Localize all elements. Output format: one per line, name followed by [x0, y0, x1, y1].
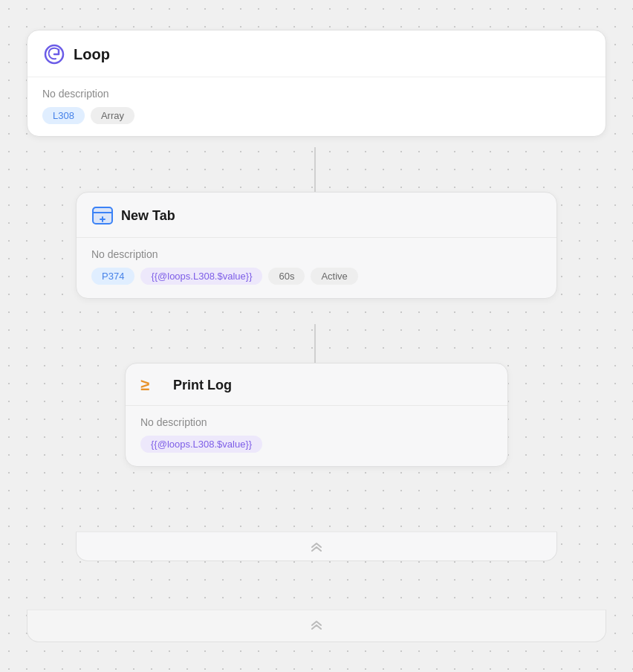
printlog-tags: {{@loops.L308.$value}} [140, 436, 493, 453]
connector-newtab-to-printlog [314, 324, 316, 366]
newtab-tag-loops-value[interactable]: {{@loops.L308.$value}} [140, 268, 262, 285]
newtab-card: New Tab No description P374 {{@loops.L30… [76, 192, 557, 299]
loop-collapse-bar[interactable] [27, 610, 606, 642]
newtab-header: New Tab [77, 193, 556, 238]
canvas: Loop No description L308 Array New [0, 0, 633, 672]
printlog-tag-loops-value[interactable]: {{@loops.L308.$value}} [140, 436, 262, 453]
loop-tag-array[interactable]: Array [91, 107, 134, 124]
printlog-body: No description {{@loops.L308.$value}} [126, 406, 507, 466]
newtab-description: No description [91, 248, 542, 260]
loop-body: No description L308 Array [27, 77, 606, 136]
loop-header: Loop [27, 30, 606, 77]
printlog-header: ≥ Print Log [126, 364, 507, 406]
loop-tag-l308[interactable]: L308 [42, 107, 85, 124]
connector-loop-to-newtab [314, 147, 316, 195]
newtab-tag-p374[interactable]: P374 [91, 268, 134, 285]
printlog-title: Print Log [173, 378, 232, 393]
loop-icon [42, 42, 66, 66]
newtab-collapse-bar[interactable] [76, 532, 557, 561]
newtab-tag-active[interactable]: Active [311, 268, 357, 285]
newtab-tag-60s[interactable]: 60s [268, 268, 305, 285]
printlog-card: ≥ Print Log No description {{@loops.L308… [125, 363, 508, 467]
loop-description: No description [42, 88, 591, 100]
loop-title: Loop [74, 46, 110, 63]
loop-card: Loop No description L308 Array [27, 30, 606, 137]
printlog-description: No description [140, 416, 493, 428]
loop-tags: L308 Array [42, 107, 591, 124]
newtab-title: New Tab [121, 208, 175, 224]
newtab-tags: P374 {{@loops.L308.$value}} 60s Active [91, 268, 542, 285]
newtab-collapse-icon [309, 541, 324, 552]
loop-collapse-icon [309, 619, 324, 633]
printlog-icon: ≥ [140, 375, 160, 395]
newtab-icon [91, 204, 114, 227]
newtab-body: No description P374 {{@loops.L308.$value… [77, 238, 556, 298]
